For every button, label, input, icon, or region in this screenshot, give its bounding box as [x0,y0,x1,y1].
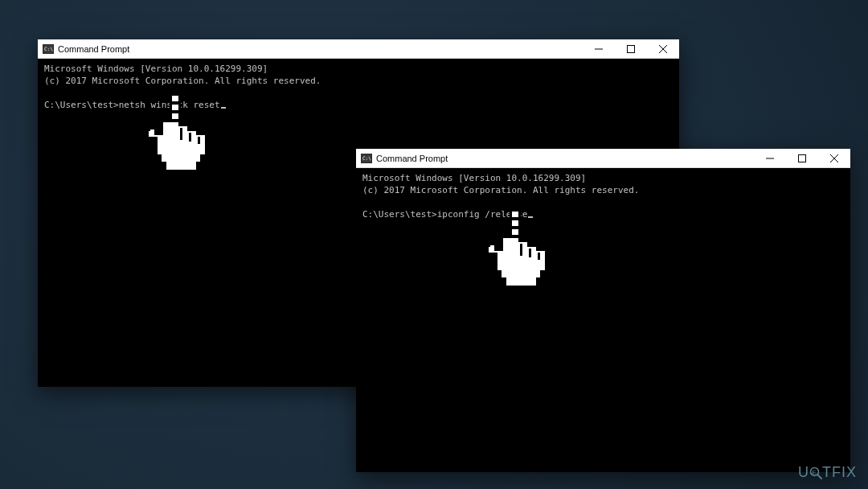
output-line: Microsoft Windows [Version 10.0.16299.30… [44,64,268,74]
watermark-text: U [798,464,809,481]
cmd-icon [361,154,372,163]
typed-command: ipconfig /release [437,209,528,220]
titlebar[interactable]: Command Prompt [356,149,850,168]
maximize-button[interactable] [615,39,647,58]
titlebar[interactable]: Command Prompt [38,39,679,59]
watermark-logo: U E TFIX [798,464,857,481]
output-line: Microsoft Windows [Version 10.0.16299.30… [362,173,586,183]
svg-line-15 [817,475,821,479]
minimize-button[interactable] [754,149,786,167]
svg-rect-5 [799,154,806,162]
prompt-path: C:\Users\test> [362,209,437,220]
text-cursor [221,107,226,109]
window-controls [754,149,850,167]
titlebar-left: Command Prompt [356,149,754,167]
terminal-body[interactable]: Microsoft Windows [Version 10.0.16299.30… [356,168,850,225]
text-cursor [528,216,533,218]
window-title: Command Prompt [58,44,129,54]
cmd-icon [43,44,54,54]
terminal-body[interactable]: Microsoft Windows [Version 10.0.16299.30… [38,59,679,116]
window-title: Command Prompt [376,154,448,163]
watermark-mid-letter: E [812,468,817,475]
maximize-button[interactable] [786,149,818,167]
titlebar-left: Command Prompt [38,39,583,58]
svg-rect-1 [628,45,635,52]
output-line: (c) 2017 Microsoft Corporation. All righ… [362,185,639,195]
prompt-path: C:\Users\test> [44,100,119,110]
minimize-button[interactable] [583,39,615,58]
magnifier-icon: E [809,466,823,480]
typed-command: netsh winsock reset [119,100,220,110]
command-prompt-window-front[interactable]: Command Prompt Microsoft Windows [Versio… [356,149,850,472]
output-line: (c) 2017 Microsoft Corporation. All righ… [44,76,321,86]
close-button[interactable] [818,149,850,167]
window-controls [583,39,679,58]
close-button[interactable] [647,39,679,58]
watermark-text: TFIX [822,464,857,481]
